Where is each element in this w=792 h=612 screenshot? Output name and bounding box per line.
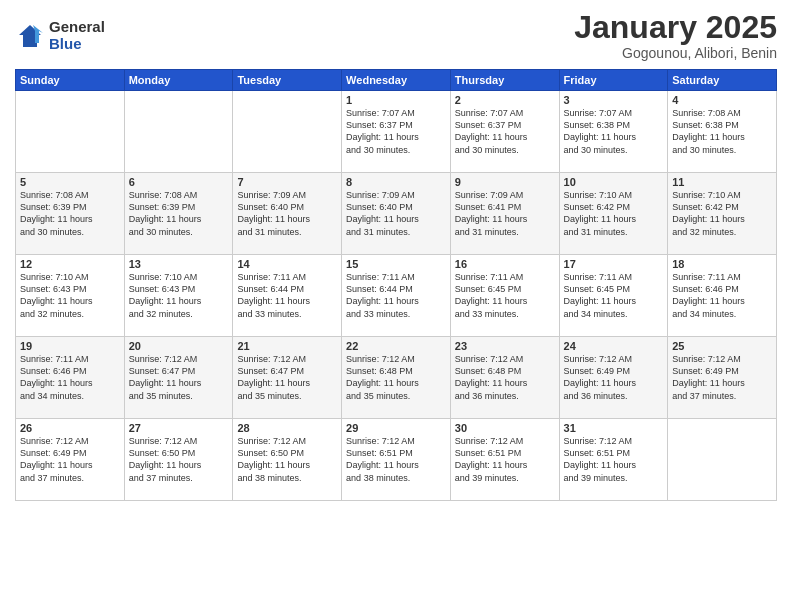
day-number: 11 <box>672 176 772 188</box>
day-number: 14 <box>237 258 337 270</box>
day-number: 28 <box>237 422 337 434</box>
day-info: Sunrise: 7:12 AM Sunset: 6:47 PM Dayligh… <box>237 353 337 402</box>
day-number: 18 <box>672 258 772 270</box>
day-number: 4 <box>672 94 772 106</box>
calendar-cell: 15Sunrise: 7:11 AM Sunset: 6:44 PM Dayli… <box>342 255 451 337</box>
day-info: Sunrise: 7:11 AM Sunset: 6:46 PM Dayligh… <box>20 353 120 402</box>
calendar-location: Gogounou, Alibori, Benin <box>574 45 777 61</box>
day-info: Sunrise: 7:10 AM Sunset: 6:43 PM Dayligh… <box>20 271 120 320</box>
day-number: 8 <box>346 176 446 188</box>
calendar-cell: 29Sunrise: 7:12 AM Sunset: 6:51 PM Dayli… <box>342 419 451 501</box>
header: General Blue January 2025 Gogounou, Alib… <box>15 10 777 61</box>
col-header-wednesday: Wednesday <box>342 70 451 91</box>
logo: General Blue <box>15 19 105 52</box>
day-info: Sunrise: 7:07 AM Sunset: 6:38 PM Dayligh… <box>564 107 664 156</box>
day-number: 17 <box>564 258 664 270</box>
col-header-thursday: Thursday <box>450 70 559 91</box>
calendar-header-row: SundayMondayTuesdayWednesdayThursdayFrid… <box>16 70 777 91</box>
calendar-cell: 17Sunrise: 7:11 AM Sunset: 6:45 PM Dayli… <box>559 255 668 337</box>
calendar-cell: 7Sunrise: 7:09 AM Sunset: 6:40 PM Daylig… <box>233 173 342 255</box>
calendar-cell: 1Sunrise: 7:07 AM Sunset: 6:37 PM Daylig… <box>342 91 451 173</box>
calendar-cell: 27Sunrise: 7:12 AM Sunset: 6:50 PM Dayli… <box>124 419 233 501</box>
day-number: 3 <box>564 94 664 106</box>
title-block: January 2025 Gogounou, Alibori, Benin <box>574 10 777 61</box>
day-info: Sunrise: 7:12 AM Sunset: 6:47 PM Dayligh… <box>129 353 229 402</box>
col-header-monday: Monday <box>124 70 233 91</box>
day-info: Sunrise: 7:12 AM Sunset: 6:49 PM Dayligh… <box>564 353 664 402</box>
day-info: Sunrise: 7:12 AM Sunset: 6:50 PM Dayligh… <box>237 435 337 484</box>
day-info: Sunrise: 7:07 AM Sunset: 6:37 PM Dayligh… <box>346 107 446 156</box>
calendar-cell: 26Sunrise: 7:12 AM Sunset: 6:49 PM Dayli… <box>16 419 125 501</box>
day-number: 16 <box>455 258 555 270</box>
calendar-cell: 28Sunrise: 7:12 AM Sunset: 6:50 PM Dayli… <box>233 419 342 501</box>
logo-blue-text: Blue <box>49 36 105 53</box>
calendar-cell: 11Sunrise: 7:10 AM Sunset: 6:42 PM Dayli… <box>668 173 777 255</box>
day-info: Sunrise: 7:12 AM Sunset: 6:51 PM Dayligh… <box>455 435 555 484</box>
day-number: 30 <box>455 422 555 434</box>
day-number: 24 <box>564 340 664 352</box>
day-info: Sunrise: 7:12 AM Sunset: 6:51 PM Dayligh… <box>564 435 664 484</box>
day-number: 13 <box>129 258 229 270</box>
day-info: Sunrise: 7:11 AM Sunset: 6:44 PM Dayligh… <box>346 271 446 320</box>
day-number: 20 <box>129 340 229 352</box>
day-number: 1 <box>346 94 446 106</box>
day-number: 22 <box>346 340 446 352</box>
calendar-cell: 10Sunrise: 7:10 AM Sunset: 6:42 PM Dayli… <box>559 173 668 255</box>
day-number: 29 <box>346 422 446 434</box>
day-info: Sunrise: 7:11 AM Sunset: 6:45 PM Dayligh… <box>564 271 664 320</box>
calendar-cell <box>668 419 777 501</box>
day-number: 5 <box>20 176 120 188</box>
calendar-title: January 2025 <box>574 10 777 45</box>
day-info: Sunrise: 7:12 AM Sunset: 6:49 PM Dayligh… <box>20 435 120 484</box>
calendar-cell: 3Sunrise: 7:07 AM Sunset: 6:38 PM Daylig… <box>559 91 668 173</box>
day-number: 25 <box>672 340 772 352</box>
calendar-cell <box>16 91 125 173</box>
day-number: 12 <box>20 258 120 270</box>
day-info: Sunrise: 7:08 AM Sunset: 6:38 PM Dayligh… <box>672 107 772 156</box>
calendar-week-3: 19Sunrise: 7:11 AM Sunset: 6:46 PM Dayli… <box>16 337 777 419</box>
day-info: Sunrise: 7:11 AM Sunset: 6:45 PM Dayligh… <box>455 271 555 320</box>
calendar-cell: 25Sunrise: 7:12 AM Sunset: 6:49 PM Dayli… <box>668 337 777 419</box>
day-number: 9 <box>455 176 555 188</box>
day-info: Sunrise: 7:10 AM Sunset: 6:42 PM Dayligh… <box>564 189 664 238</box>
logo-general-text: General <box>49 19 105 36</box>
calendar-cell: 2Sunrise: 7:07 AM Sunset: 6:37 PM Daylig… <box>450 91 559 173</box>
calendar-cell: 20Sunrise: 7:12 AM Sunset: 6:47 PM Dayli… <box>124 337 233 419</box>
day-number: 26 <box>20 422 120 434</box>
calendar-week-1: 5Sunrise: 7:08 AM Sunset: 6:39 PM Daylig… <box>16 173 777 255</box>
calendar-cell: 14Sunrise: 7:11 AM Sunset: 6:44 PM Dayli… <box>233 255 342 337</box>
day-info: Sunrise: 7:07 AM Sunset: 6:37 PM Dayligh… <box>455 107 555 156</box>
day-info: Sunrise: 7:10 AM Sunset: 6:42 PM Dayligh… <box>672 189 772 238</box>
day-info: Sunrise: 7:09 AM Sunset: 6:40 PM Dayligh… <box>346 189 446 238</box>
calendar-cell: 22Sunrise: 7:12 AM Sunset: 6:48 PM Dayli… <box>342 337 451 419</box>
day-info: Sunrise: 7:12 AM Sunset: 6:48 PM Dayligh… <box>346 353 446 402</box>
day-info: Sunrise: 7:12 AM Sunset: 6:49 PM Dayligh… <box>672 353 772 402</box>
calendar-cell: 6Sunrise: 7:08 AM Sunset: 6:39 PM Daylig… <box>124 173 233 255</box>
day-number: 19 <box>20 340 120 352</box>
day-number: 31 <box>564 422 664 434</box>
calendar-cell: 12Sunrise: 7:10 AM Sunset: 6:43 PM Dayli… <box>16 255 125 337</box>
calendar-cell: 23Sunrise: 7:12 AM Sunset: 6:48 PM Dayli… <box>450 337 559 419</box>
day-number: 21 <box>237 340 337 352</box>
col-header-friday: Friday <box>559 70 668 91</box>
day-info: Sunrise: 7:10 AM Sunset: 6:43 PM Dayligh… <box>129 271 229 320</box>
calendar-cell: 18Sunrise: 7:11 AM Sunset: 6:46 PM Dayli… <box>668 255 777 337</box>
logo-icon <box>15 21 45 51</box>
logo-text: General Blue <box>49 19 105 52</box>
calendar-cell: 8Sunrise: 7:09 AM Sunset: 6:40 PM Daylig… <box>342 173 451 255</box>
calendar-cell: 9Sunrise: 7:09 AM Sunset: 6:41 PM Daylig… <box>450 173 559 255</box>
col-header-tuesday: Tuesday <box>233 70 342 91</box>
day-number: 2 <box>455 94 555 106</box>
calendar-cell: 4Sunrise: 7:08 AM Sunset: 6:38 PM Daylig… <box>668 91 777 173</box>
day-number: 7 <box>237 176 337 188</box>
day-number: 23 <box>455 340 555 352</box>
page: General Blue January 2025 Gogounou, Alib… <box>0 0 792 612</box>
calendar-cell: 24Sunrise: 7:12 AM Sunset: 6:49 PM Dayli… <box>559 337 668 419</box>
day-info: Sunrise: 7:12 AM Sunset: 6:51 PM Dayligh… <box>346 435 446 484</box>
calendar-cell: 21Sunrise: 7:12 AM Sunset: 6:47 PM Dayli… <box>233 337 342 419</box>
day-number: 27 <box>129 422 229 434</box>
calendar-week-2: 12Sunrise: 7:10 AM Sunset: 6:43 PM Dayli… <box>16 255 777 337</box>
calendar-cell <box>124 91 233 173</box>
day-info: Sunrise: 7:09 AM Sunset: 6:40 PM Dayligh… <box>237 189 337 238</box>
calendar-week-4: 26Sunrise: 7:12 AM Sunset: 6:49 PM Dayli… <box>16 419 777 501</box>
